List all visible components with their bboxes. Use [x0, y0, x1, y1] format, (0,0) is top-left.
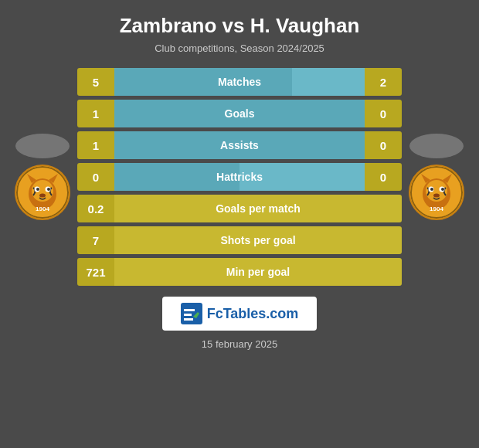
stat-bar-assists: Assists	[114, 131, 365, 159]
stat-bar-goals-per-match: Goals per match	[114, 195, 402, 222]
stat-row-matches: 5 Matches 2	[77, 68, 402, 96]
svg-point-9	[39, 194, 46, 198]
stat-right-val-matches: 2	[365, 68, 402, 96]
stat-right-val-assists: 0	[365, 131, 402, 159]
stat-bar-matches: Matches	[114, 68, 365, 96]
svg-point-20	[433, 194, 440, 198]
svg-rect-24	[184, 314, 192, 316]
stat-left-val-min-per-goal: 721	[77, 258, 114, 286]
svg-text:1904: 1904	[36, 205, 49, 212]
right-emblem: 1904	[402, 134, 471, 220]
svg-point-8	[47, 188, 50, 191]
svg-point-18	[430, 188, 433, 191]
stats-container: 5 Matches 2 1 Goals 0 1 Assists	[77, 68, 402, 286]
stat-bar-goals: Goals	[114, 100, 365, 127]
stat-label-min-per-goal: Min per goal	[226, 266, 290, 278]
stat-right-val-goals: 0	[365, 100, 402, 127]
stat-label-matches: Matches	[218, 76, 261, 88]
header: Zambrano vs H. Vaughan Club competitions…	[0, 0, 479, 60]
right-club-badge: 1904	[409, 165, 464, 220]
stat-left-val-assists: 1	[77, 131, 114, 159]
svg-rect-23	[184, 309, 195, 311]
stat-label-assists: Assists	[220, 139, 259, 151]
stat-bar-hattricks: Hattricks	[114, 163, 365, 191]
stat-row-hattricks: 0 Hattricks 0	[77, 163, 402, 191]
logo-icon	[181, 303, 202, 324]
svg-point-7	[36, 188, 39, 191]
svg-rect-25	[184, 318, 193, 321]
svg-text:1904: 1904	[430, 205, 443, 212]
stat-left-val-goals-per-match: 0.2	[77, 195, 114, 222]
stat-row-goals: 1 Goals 0	[77, 100, 402, 127]
stat-left-val-hattricks: 0	[77, 163, 114, 191]
fctables-logo: FcTables.com	[162, 297, 318, 331]
page-title: Zambrano vs H. Vaughan	[15, 14, 464, 38]
stat-right-val-hattricks: 0	[365, 163, 402, 191]
stat-label-hattricks: Hattricks	[216, 171, 263, 183]
logo-text: FcTables.com	[207, 306, 299, 322]
stat-row-shots-per-goal: 7 Shots per goal	[77, 226, 402, 254]
main-content: 1904 5 Matches 2 1 Goals 0 1	[0, 60, 479, 286]
stat-label-goals: Goals	[225, 107, 255, 120]
left-oval-decoration	[15, 134, 70, 158]
page-subtitle: Club competitions, Season 2024/2025	[15, 42, 464, 54]
svg-point-19	[441, 188, 444, 191]
footer-date: 15 february 2025	[202, 338, 277, 350]
stat-row-assists: 1 Assists 0	[77, 131, 402, 159]
stat-bar-shots-per-goal: Shots per goal	[114, 226, 402, 254]
stat-row-goals-per-match: 0.2 Goals per match	[77, 195, 402, 222]
stat-left-val-shots-per-goal: 7	[77, 226, 114, 254]
right-oval-decoration	[409, 134, 464, 158]
left-club-badge: 1904	[15, 165, 70, 220]
stat-left-val-goals: 1	[77, 100, 114, 127]
stat-left-val-matches: 5	[77, 68, 114, 96]
stat-label-goals-per-match: Goals per match	[216, 202, 301, 215]
stat-bar-min-per-goal: Min per goal	[114, 258, 402, 286]
stat-label-shots-per-goal: Shots per goal	[220, 234, 295, 246]
left-emblem: 1904	[8, 134, 77, 220]
stat-row-min-per-goal: 721 Min per goal	[77, 258, 402, 286]
